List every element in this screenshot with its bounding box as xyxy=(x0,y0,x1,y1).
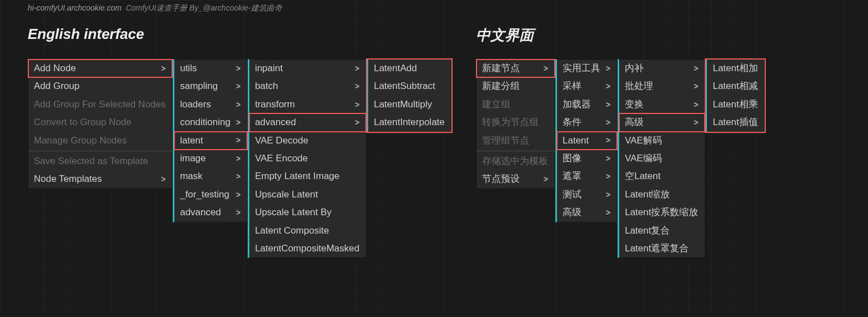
cn-menu3-item-3[interactable]: 高级> xyxy=(619,113,705,131)
en-menu1-item-2: Add Group For Selected Nodes xyxy=(28,96,172,113)
en-menu2-item-2[interactable]: loaders> xyxy=(174,96,247,113)
chevron-right-icon: > xyxy=(606,136,610,145)
en-menu4-item-label: LatentMultiply xyxy=(374,99,432,110)
cn-menu2-item-2[interactable]: 加载器> xyxy=(557,96,617,113)
en-menu3-item-8[interactable]: Upscale Latent By xyxy=(249,204,366,221)
cn-menu3-item-2[interactable]: 变换> xyxy=(619,96,705,113)
chevron-right-icon: > xyxy=(606,154,610,164)
cn-menu2-item-3[interactable]: 条件> xyxy=(557,113,617,131)
en-menu2-item-label: image xyxy=(180,153,205,164)
cn-menu1-item-4: 管理组节点 xyxy=(476,132,555,150)
en-menu2-item-7[interactable]: _for_testing> xyxy=(174,186,247,204)
en-menu3-item-3[interactable]: advanced> xyxy=(249,113,366,131)
cn-menu3-item-label: 变换 xyxy=(625,99,644,110)
en-menu3-item-5[interactable]: VAE Encode xyxy=(249,150,366,167)
chevron-right-icon: > xyxy=(355,82,359,91)
en-menu1-item-1[interactable]: Add Group xyxy=(28,77,172,95)
cn-menu3-item-label: 空Latent xyxy=(625,171,660,182)
chevron-right-icon: > xyxy=(355,100,359,110)
en-menu2-item-label: advanced xyxy=(180,207,221,218)
context-menu-cn-1: 新建节点>新建分组建立组转换为节点组管理组节点存储选中为模板节点预设> xyxy=(476,59,555,189)
chevron-right-icon: > xyxy=(161,64,165,73)
cn-menu3-item-4[interactable]: VAE解码 xyxy=(619,132,705,150)
cn-menu2-item-6[interactable]: 遮罩> xyxy=(557,167,617,185)
cn-menu2-item-label: 高级 xyxy=(563,207,581,218)
en-menu4-item-1[interactable]: LatentSubtract xyxy=(368,77,451,95)
section-title-english: English interface xyxy=(28,26,144,43)
en-menu1-item-label: Save Selected as Template xyxy=(34,156,148,167)
context-menu-en-2: utils>sampling>loaders>conditioning>late… xyxy=(173,59,248,222)
cn-menu3-item-6[interactable]: 空Latent xyxy=(619,167,705,185)
en-menu2-item-5[interactable]: image> xyxy=(174,150,247,167)
en-menu2-item-6[interactable]: mask> xyxy=(174,167,247,185)
en-menu2-item-label: _for_testing xyxy=(180,189,229,200)
cn-menu2-item-8[interactable]: 高级> xyxy=(557,204,617,221)
cn-menu1-item-label: 新建节点 xyxy=(482,63,520,74)
cn-menu3-item-10[interactable]: Latent遮罩复合 xyxy=(619,240,705,257)
en-menu3-item-label: advanced xyxy=(255,117,296,128)
en-menu1-item-label: Add Group For Selected Nodes xyxy=(34,99,165,110)
cn-menu3-item-8[interactable]: Latent按系数缩放 xyxy=(619,204,705,221)
cn-menu2-item-0[interactable]: 实用工具> xyxy=(557,60,617,77)
chevron-right-icon: > xyxy=(161,175,165,184)
chevron-right-icon: > xyxy=(606,82,610,91)
en-menu1-item-0[interactable]: Add Node> xyxy=(28,60,172,77)
en-menu3-item-label: batch xyxy=(255,81,278,92)
en-menu3-item-6[interactable]: Empty Latent Image xyxy=(249,167,366,185)
cn-menu2-item-1[interactable]: 采样> xyxy=(557,77,617,95)
cn-menu3-item-9[interactable]: Latent复合 xyxy=(619,222,705,240)
cn-menu1-item-0[interactable]: 新建节点> xyxy=(476,60,555,77)
en-menu2-item-1[interactable]: sampling> xyxy=(174,77,247,95)
en-menu3-item-label: transform xyxy=(255,99,295,110)
en-menu1-item-label: Node Templates xyxy=(34,174,102,185)
en-menu3-item-0[interactable]: inpaint> xyxy=(249,60,366,77)
chevron-right-icon: > xyxy=(236,136,240,145)
en-menu2-item-4[interactable]: latent> xyxy=(174,132,247,150)
cn-menu3-item-1[interactable]: 批处理> xyxy=(619,77,705,95)
en-menu3-item-7[interactable]: Upscale Latent xyxy=(249,186,366,204)
en-menu1-item-6[interactable]: Node Templates> xyxy=(28,170,172,188)
cn-menu2-item-label: 测试 xyxy=(563,189,581,200)
cn-menu2-item-5[interactable]: 图像> xyxy=(557,150,617,167)
cn-menu1-item-1[interactable]: 新建分组 xyxy=(476,77,555,95)
en-menu1-item-3: Convert to Group Node xyxy=(28,113,172,131)
cn-menu2-item-label: Latent xyxy=(563,135,589,146)
en-menu3-item-1[interactable]: batch> xyxy=(249,77,366,95)
cn-menu2-item-4[interactable]: Latent> xyxy=(557,132,617,150)
context-menu-cn-4: Latent相加Latent相减Latent相乘Latent插值 xyxy=(705,59,765,132)
cn-menu1-item-6[interactable]: 节点预设> xyxy=(476,170,555,188)
en-menu2-item-0[interactable]: utils> xyxy=(174,60,247,77)
en-menu3-item-label: Upscale Latent By xyxy=(255,207,332,218)
en-menu4-item-3[interactable]: LatentInterpolate xyxy=(368,113,451,131)
en-menu3-item-10[interactable]: LatentCompositeMasked xyxy=(249,240,366,257)
cn-menu4-item-1[interactable]: Latent相减 xyxy=(707,77,764,95)
cn-menu3-item-5[interactable]: VAE编码 xyxy=(619,150,705,167)
en-menu1-item-5: Save Selected as Template xyxy=(28,151,172,170)
cn-menu3-item-7[interactable]: Latent缩放 xyxy=(619,186,705,204)
en-menu3-item-2[interactable]: transform> xyxy=(249,96,366,113)
context-menu-en-1: Add Node>Add GroupAdd Group For Selected… xyxy=(28,59,173,189)
en-menu3-item-4[interactable]: VAE Decode xyxy=(249,132,366,150)
cn-menu3-item-label: 批处理 xyxy=(625,81,653,92)
cn-menu4-item-3[interactable]: Latent插值 xyxy=(707,113,764,131)
en-menu2-item-8[interactable]: advanced> xyxy=(174,204,247,221)
page-header: hi-comfyUI.archcookie.com ComfyUI速查手册 By… xyxy=(28,3,282,13)
en-menu4-item-2[interactable]: LatentMultiply xyxy=(368,96,451,113)
cn-menu2-item-label: 图像 xyxy=(563,153,581,164)
en-menu3-item-9[interactable]: Latent Composite xyxy=(249,222,366,240)
en-menu3-item-label: Upscale Latent xyxy=(255,189,318,200)
chevron-right-icon: > xyxy=(236,154,240,164)
chevron-right-icon: > xyxy=(544,175,548,184)
chevron-right-icon: > xyxy=(236,100,240,110)
en-menu4-item-label: LatentSubtract xyxy=(374,81,435,92)
en-menu2-item-3[interactable]: conditioning> xyxy=(174,113,247,131)
cn-menu4-item-2[interactable]: Latent相乘 xyxy=(707,96,764,113)
cn-menu3-item-0[interactable]: 内补> xyxy=(619,60,705,77)
chevron-right-icon: > xyxy=(544,64,548,73)
header-subtitle: ComfyUI速查手册 By_@archcookie-建筑曲奇 xyxy=(126,3,282,12)
cn-menu2-item-label: 采样 xyxy=(563,81,581,92)
cn-menu4-item-0[interactable]: Latent相加 xyxy=(707,60,764,77)
en-menu4-item-label: LatentInterpolate xyxy=(374,117,445,128)
cn-menu2-item-7[interactable]: 测试> xyxy=(557,186,617,204)
en-menu4-item-0[interactable]: LatentAdd xyxy=(368,60,451,77)
